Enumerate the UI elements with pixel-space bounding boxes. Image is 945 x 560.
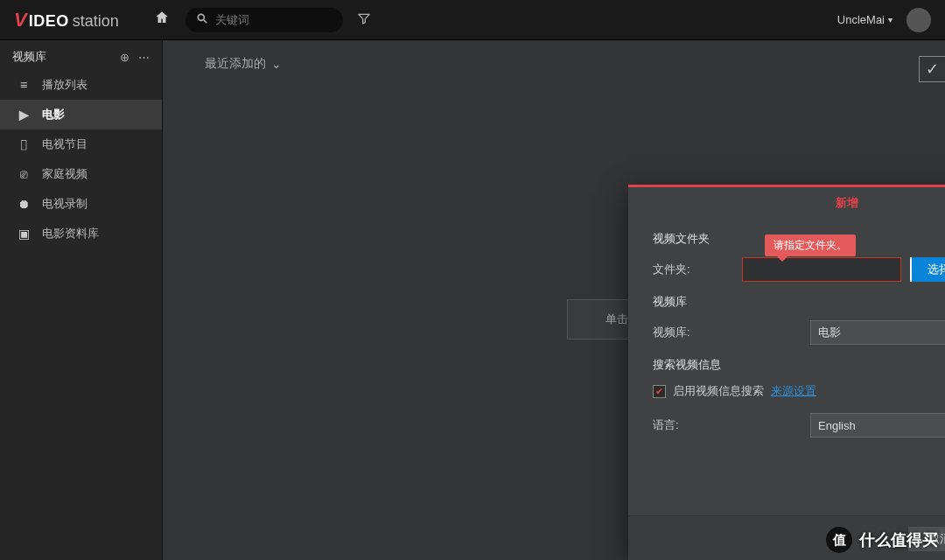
sidebar-item-label: 播放列表 — [42, 77, 88, 93]
dialog-title: 新增 — [836, 195, 858, 211]
select-folder-button[interactable]: 选择 — [910, 257, 945, 282]
more-icon[interactable]: ⋯ — [138, 51, 150, 64]
sidebar-item-label: 电视录制 — [42, 196, 88, 212]
avatar[interactable] — [906, 8, 931, 32]
search-box[interactable] — [186, 8, 343, 32]
logo-ideo: IDEO — [29, 12, 69, 31]
language-value: English — [818, 419, 856, 432]
section-search-title: 搜索视频信息 — [653, 357, 945, 373]
source-settings-link[interactable]: 来源设置 — [771, 383, 816, 399]
sidebar-header: 视频库 ⊕ ⋯ — [0, 40, 162, 70]
camera-icon: ⎚ — [16, 167, 32, 181]
user-name-label: UncleMai — [837, 13, 885, 26]
caret-down-icon: ▾ — [888, 15, 892, 24]
add-library-icon[interactable]: ⊕ — [120, 51, 130, 64]
topbar: V IDEO station UncleMai ▾ — [0, 0, 945, 40]
language-select[interactable]: English ▼ — [810, 413, 945, 438]
sidebar: 视频库 ⊕ ⋯ ≡ 播放列表 ▶ 电影 ⌷ 电视节目 ⎚ 家庭视频 ⏺ 电视录制… — [0, 40, 163, 560]
enable-search-checkbox[interactable]: ✔ — [653, 385, 666, 398]
record-icon: ⏺ — [16, 197, 32, 211]
sidebar-item-label: 电影 — [42, 107, 65, 122]
watermark-text: 什么值得买 — [859, 529, 938, 550]
svg-line-1 — [204, 20, 207, 24]
sidebar-title: 视频库 — [12, 49, 46, 65]
list-icon: ≡ — [16, 78, 32, 92]
search-input[interactable] — [215, 13, 332, 26]
error-tooltip: 请指定文件夹。 — [765, 234, 856, 256]
sidebar-item-label: 家庭视频 — [42, 166, 88, 182]
user-menu[interactable]: UncleMai ▾ — [837, 13, 892, 26]
select-mode-toggle[interactable]: ✓ — [919, 56, 945, 82]
sidebar-item-tvshow[interactable]: ⌷ 电视节目 — [0, 130, 162, 159]
sort-label: 最近添加的 — [205, 56, 266, 72]
sidebar-item-recording[interactable]: ⏺ 电视录制 — [0, 189, 162, 219]
add-library-dialog: 新增 × 视频文件夹 请指定文件夹。 文件夹: 选择 视频库 — [628, 185, 945, 560]
filter-icon[interactable] — [357, 11, 371, 28]
dialog-header: 新增 × — [628, 187, 945, 219]
sidebar-item-database[interactable]: ▣ 电影资料库 — [0, 219, 162, 248]
content-area: 最近添加的 ⌄ ✓ 单击此处 新增 × 视频文件夹 请指定文件夹。 文件夹: — [163, 40, 945, 560]
library-select[interactable]: 电影 ▼ — [810, 320, 945, 345]
logo-v: V — [14, 9, 27, 32]
language-label: 语言: — [653, 417, 742, 433]
tv-icon: ⌷ — [16, 137, 32, 151]
sidebar-item-homevideo[interactable]: ⎚ 家庭视频 — [0, 159, 162, 189]
movie-icon: ▶ — [16, 108, 32, 122]
home-icon[interactable] — [154, 10, 170, 30]
search-icon — [196, 12, 208, 27]
folder-input[interactable] — [742, 257, 901, 282]
sidebar-item-label: 电影资料库 — [42, 226, 99, 242]
watermark-badge: 值 — [826, 527, 852, 553]
section-library-title: 视频库 — [653, 294, 945, 310]
chevron-down-icon: ⌄ — [271, 57, 282, 71]
logo-station: station — [73, 12, 119, 31]
folder-label: 文件夹: — [653, 262, 742, 277]
library-value: 电影 — [818, 325, 841, 340]
app-logo: V IDEO station — [14, 9, 119, 32]
sort-dropdown[interactable]: 最近添加的 ⌄ — [163, 40, 945, 88]
enable-search-label: 启用视频信息搜索 — [673, 383, 764, 399]
sidebar-item-playlist[interactable]: ≡ 播放列表 — [0, 70, 162, 100]
sidebar-item-label: 电视节目 — [42, 136, 88, 152]
watermark: 值 什么值得买 — [826, 527, 938, 553]
library-label: 视频库: — [653, 325, 742, 340]
svg-point-0 — [198, 14, 204, 20]
sidebar-item-movie[interactable]: ▶ 电影 — [0, 100, 162, 130]
db-icon: ▣ — [16, 227, 32, 241]
